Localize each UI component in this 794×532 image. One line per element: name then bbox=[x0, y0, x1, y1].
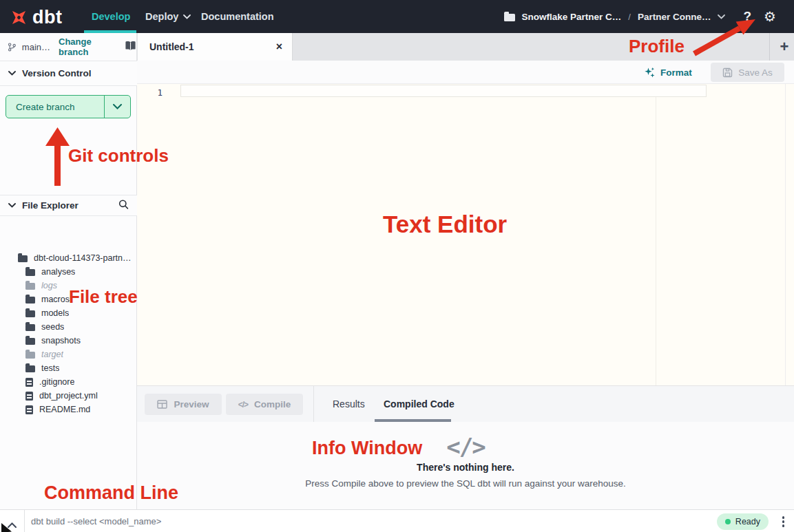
brand-text: dbt bbox=[32, 7, 62, 28]
folder-icon bbox=[25, 352, 35, 359]
file-tree-item-label: README.md bbox=[39, 405, 90, 414]
code-icon: </> bbox=[238, 400, 248, 409]
file-tree-item-root[interactable]: dbt-cloud-114373-partn… bbox=[0, 251, 137, 265]
file-tree-item-label: models bbox=[41, 308, 69, 318]
file-tree-item-label: snapshots bbox=[41, 336, 81, 345]
format-button[interactable]: Format bbox=[644, 61, 692, 84]
create-branch-dropdown[interactable] bbox=[104, 96, 130, 118]
dbt-cloud-ide: dbt Develop Deploy Documentation Snowfla… bbox=[0, 0, 794, 532]
sparkles-icon bbox=[644, 67, 655, 78]
status-label: Ready bbox=[735, 517, 760, 526]
file-explorer-header[interactable]: File Explorer bbox=[0, 195, 137, 216]
change-branch-link[interactable]: Change branch bbox=[59, 36, 114, 57]
breadcrumb-project[interactable]: Snowflake Partner C… bbox=[522, 12, 622, 22]
file-icon bbox=[25, 405, 33, 414]
gear-icon[interactable]: ⚙ bbox=[764, 10, 776, 23]
file-tree-item-analyses[interactable]: analyses bbox=[0, 265, 137, 279]
breadcrumb-environment[interactable]: Partner Conne… bbox=[638, 12, 711, 22]
create-branch-label: Create branch bbox=[6, 96, 104, 118]
project-folder-icon bbox=[504, 14, 515, 21]
docs-book-icon[interactable] bbox=[124, 41, 137, 54]
file-tree-item-label: logs bbox=[41, 281, 57, 290]
empty-state-hint: Press Compile above to preview the SQL d… bbox=[137, 478, 794, 489]
folder-icon bbox=[25, 324, 35, 331]
file-tree-item-label: seeds bbox=[41, 322, 64, 332]
command-bar-divider bbox=[24, 510, 25, 532]
folder-icon bbox=[25, 310, 35, 317]
file-tree-item-label: dbt-cloud-114373-partn… bbox=[34, 253, 132, 263]
file-explorer-title: File Explorer bbox=[22, 200, 79, 211]
preview-button[interactable]: Preview bbox=[145, 394, 222, 415]
file-icon bbox=[25, 378, 33, 387]
folder-icon bbox=[25, 297, 35, 304]
code-icon: </> bbox=[137, 433, 794, 460]
file-tree-item-label: macros bbox=[41, 295, 70, 304]
info-window: </> There's nothing here. Press Compile … bbox=[137, 422, 794, 509]
save-as-label: Save As bbox=[738, 67, 773, 78]
version-control-header[interactable]: Version Control bbox=[0, 61, 137, 86]
file-tree-item-target[interactable]: target bbox=[0, 348, 137, 361]
tab-title: Untitled-1 bbox=[149, 41, 194, 52]
active-line-highlight[interactable] bbox=[180, 85, 707, 97]
file-tree-item-models[interactable]: models bbox=[0, 306, 137, 320]
file-tree-item-readme[interactable]: README.md bbox=[0, 403, 137, 416]
chevron-down-icon bbox=[113, 104, 122, 109]
nav-tab-deploy[interactable]: Deploy bbox=[145, 0, 191, 33]
folder-icon bbox=[25, 365, 35, 372]
help-icon[interactable]: ? bbox=[743, 9, 751, 24]
branch-row: main… Change branch bbox=[0, 33, 137, 61]
nav-tab-documentation[interactable]: Documentation bbox=[201, 0, 274, 33]
compile-button[interactable]: </> Compile bbox=[226, 394, 303, 415]
panel-divider bbox=[313, 386, 314, 423]
file-tree-item-label: dbt_project.yml bbox=[39, 391, 98, 401]
file-tree-item-label: .gitignore bbox=[39, 377, 74, 387]
create-branch-button[interactable]: Create branch bbox=[6, 95, 131, 118]
chevron-down-icon bbox=[8, 203, 16, 208]
nav-tab-develop[interactable]: Develop bbox=[92, 0, 130, 33]
folder-icon bbox=[25, 269, 35, 276]
file-tree-item-macros[interactable]: macros bbox=[0, 292, 137, 306]
file-tree-item-label: analyses bbox=[41, 267, 75, 277]
command-line-bar: dbt build --select <model_name> Ready bbox=[0, 509, 794, 532]
breadcrumb-separator: / bbox=[628, 12, 631, 22]
file-tree-item-gitignore[interactable]: .gitignore bbox=[0, 375, 137, 389]
editor-toolbar: Format Save As bbox=[137, 61, 794, 84]
close-icon[interactable]: × bbox=[276, 41, 282, 53]
editor-scroll-gutter bbox=[785, 84, 786, 385]
kebab-menu-icon[interactable] bbox=[781, 515, 786, 529]
tab-bar-divider bbox=[769, 33, 770, 61]
tab-untitled-1[interactable]: Untitled-1 × bbox=[138, 33, 293, 61]
empty-state-title: There's nothing here. bbox=[137, 462, 794, 473]
text-editor[interactable]: 1 bbox=[137, 84, 794, 385]
file-tree-item-label: target bbox=[41, 350, 63, 359]
tab-compiled-code[interactable]: Compiled Code bbox=[384, 386, 455, 423]
search-icon[interactable] bbox=[118, 199, 129, 212]
dbt-logo-icon bbox=[6, 4, 32, 30]
git-branch-icon bbox=[8, 42, 17, 52]
tab-results[interactable]: Results bbox=[333, 386, 365, 423]
file-tree-item-logs[interactable]: logs bbox=[0, 279, 137, 292]
folder-icon bbox=[25, 283, 35, 290]
line-number: 1 bbox=[137, 87, 163, 98]
compile-label: Compile bbox=[254, 399, 291, 409]
nav-breadcrumb-area: Snowflake Partner C… / Partner Conne… ? … bbox=[504, 0, 794, 33]
chevron-up-icon[interactable] bbox=[8, 518, 17, 531]
status-dot-icon bbox=[725, 519, 731, 524]
dbt-logo[interactable]: dbt bbox=[10, 7, 62, 28]
top-nav: dbt Develop Deploy Documentation Snowfla… bbox=[0, 0, 794, 33]
add-tab-button[interactable]: + bbox=[775, 33, 794, 61]
save-as-button[interactable]: Save As bbox=[711, 63, 784, 82]
file-tree-item-snapshots[interactable]: snapshots bbox=[0, 334, 137, 348]
chevron-down-icon bbox=[8, 71, 16, 76]
editor-tab-bar: Untitled-1 × + bbox=[137, 33, 794, 61]
file-tree-item-seeds[interactable]: seeds bbox=[0, 320, 137, 334]
file-tree-item-dbt-project-yml[interactable]: dbt_project.yml bbox=[0, 389, 137, 403]
file-icon bbox=[25, 392, 33, 401]
save-icon bbox=[722, 67, 733, 78]
chevron-down-icon[interactable] bbox=[718, 14, 725, 19]
version-control-title: Version Control bbox=[22, 68, 92, 78]
file-tree-item-label: tests bbox=[41, 363, 59, 373]
file-tree-item-tests[interactable]: tests bbox=[0, 361, 137, 375]
format-label: Format bbox=[660, 67, 692, 78]
command-input[interactable]: dbt build --select <model_name> bbox=[31, 510, 161, 532]
